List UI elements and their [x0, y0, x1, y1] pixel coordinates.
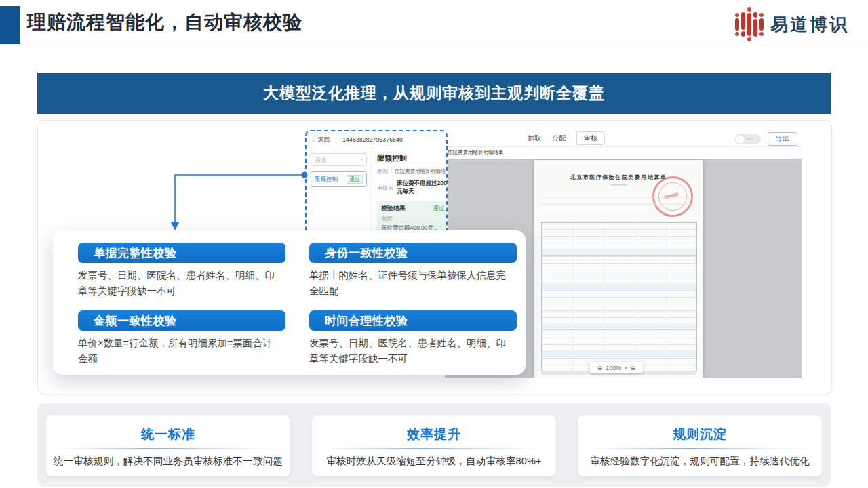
title-underline — [593, 448, 808, 449]
search-box[interactable]: ⌕ — [311, 153, 367, 166]
benefit-title: 统一标准 — [46, 426, 290, 443]
header: 理赔流程智能化，自动审核校验 — [0, 0, 868, 45]
slide: 理赔流程智能化，自动审核校验 — [0, 0, 868, 488]
benefit-title: 规则沉淀 — [578, 426, 822, 443]
benefit-desc: 审核时效从天级缩短至分钟级，自动审核率80%+ — [312, 455, 556, 468]
tab-assign[interactable]: 分配 — [552, 134, 566, 143]
result-status: 通过 — [433, 205, 445, 213]
search-icon: ⌕ — [360, 156, 363, 163]
checkpoint-label: 审核点 — [377, 184, 393, 192]
document-subtitle-skeleton — [610, 184, 627, 186]
banner-text: 大模型泛化推理，从规则审核到主观判断全覆盖 — [263, 83, 605, 104]
page-title: 理赔流程智能化，自动审核校验 — [27, 9, 302, 35]
basis-label: 依据: — [381, 215, 445, 222]
section-banner: 大模型泛化推理，从规则审核到主观判断全覆盖 — [37, 73, 831, 114]
category-label: 类别 — [377, 168, 388, 176]
benefit-card-efficiency: 效率提升 审核时效从天级缩短至分钟级，自动审核率80%+ — [312, 415, 556, 476]
document-table-skeleton — [541, 222, 697, 371]
check-title-bar: 单据完整性校验 — [78, 243, 285, 263]
document-id: 144838282795376640 — [342, 136, 403, 143]
check-title-bar: 金额一致性校验 — [78, 310, 285, 331]
rule-check-panel: ‹ 返回 ｜ 144838282795376640 ⌕ 限额控制 通过 限额控制… — [305, 130, 448, 237]
check-title-bar: 身份一致性校验 — [309, 243, 517, 263]
brand-logo: 易道博识 — [735, 8, 849, 41]
title-accent-square — [0, 6, 20, 44]
rule-title: 限额控制 — [377, 153, 448, 163]
zoom-control: ⊖ 100% ▾ ⊕ — [590, 362, 643, 373]
check-desc: 单据上的姓名、证件号须与保单被保人信息完全匹配 — [309, 268, 513, 299]
export-button[interactable]: 导出 — [768, 132, 797, 146]
panel-header: ‹ 返回 ｜ 144838282795376640 — [307, 131, 446, 148]
tab-review[interactable]: 审核 — [576, 131, 605, 145]
document-tab-label[interactable]: 住院类费用结算明细结单 — [448, 149, 504, 156]
rule-detail: 限额控制 类别 住院类费用结算明细结单 审核点 床位费不得超过200元每天 校验… — [372, 148, 448, 235]
validation-checks-card: 单据完整性校验 发票号、日期、医院名、患者姓名、明细、印章等关键字段缺一不可 身… — [53, 230, 526, 375]
benefit-card-rules: 规则沉淀 审核经验数字化沉淀，规则可配置，持续迭代优化 — [578, 415, 822, 476]
check-desc: 发票号、日期、医院名、患者姓名、明细、印章等关键字段缺一不可 — [78, 268, 281, 299]
rule-list: ⌕ 限额控制 通过 — [307, 148, 372, 235]
back-link[interactable]: 返回 — [317, 136, 330, 144]
document-info-skeleton — [542, 191, 694, 218]
check-item-identity: 身份一致性校验 单据上的姓名、证件号须与保单被保人信息完全匹配 — [309, 243, 513, 299]
app-toolbar: 抽取 分配 审核 ••• 导出 — [445, 130, 802, 147]
check-desc: 单价×数量=行金额，所有明细累加=票面合计金额 — [78, 336, 281, 367]
title-underline — [61, 448, 276, 449]
tab-extract[interactable]: 抽取 — [528, 134, 541, 143]
category-tag: 住院类费用结算明细结单 — [391, 167, 448, 176]
mode-toggle[interactable]: ••• — [735, 134, 761, 144]
check-desc: 发票号、日期、医院名、患者姓名、明细、印章等关键字段缺一不可 — [309, 336, 513, 367]
toggle-knob — [736, 135, 745, 144]
check-title-bar: 时间合理性校验 — [309, 310, 517, 331]
check-item-completeness: 单据完整性校验 发票号、日期、医院名、患者姓名、明细、印章等关键字段缺一不可 — [78, 243, 281, 299]
benefit-desc: 统一审核规则，解决不同业务员审核标准不一致问题 — [46, 455, 290, 468]
toolbar-tabs: 抽取 分配 审核 — [528, 131, 605, 145]
search-input[interactable] — [314, 156, 360, 164]
zoom-in-icon[interactable]: ⊕ — [631, 365, 636, 371]
document-page: 北京市医疗保险住院类费用结算单 — [534, 160, 703, 378]
caret-down-icon[interactable]: ▾ — [625, 365, 627, 371]
logo-text: 易道博识 — [770, 13, 849, 37]
status-badge: 通过 — [347, 175, 363, 184]
back-chevron-icon[interactable]: ‹ — [312, 136, 314, 144]
check-item-amount: 金额一致性校验 单价×数量=行金额，所有明细累加=票面合计金额 — [78, 310, 281, 367]
title-underline — [327, 448, 542, 449]
checkpoint-value: 床位费不得超过200元每天 — [397, 180, 448, 196]
benefit-title: 效率提升 — [312, 426, 556, 443]
benefit-card-standard: 统一标准 统一审核规则，解决不同业务员审核标准不一致问题 — [46, 415, 290, 476]
zoom-level: 100% — [606, 365, 621, 371]
benefits-panel: 统一标准 统一审核规则，解决不同业务员审核标准不一致问题 效率提升 审核时效从天… — [37, 403, 831, 487]
rule-list-item[interactable]: 限额控制 通过 — [311, 171, 367, 187]
benefit-desc: 审核经验数字化沉淀，规则可配置，持续迭代优化 — [578, 455, 822, 468]
check-item-time: 时间合理性校验 发票号、日期、医院名、患者姓名、明细、印章等关键字段缺一不可 — [309, 310, 513, 367]
result-title: 校验结果 — [381, 204, 406, 213]
logo-icon — [735, 8, 764, 41]
zoom-out-icon[interactable]: ⊖ — [597, 365, 603, 371]
